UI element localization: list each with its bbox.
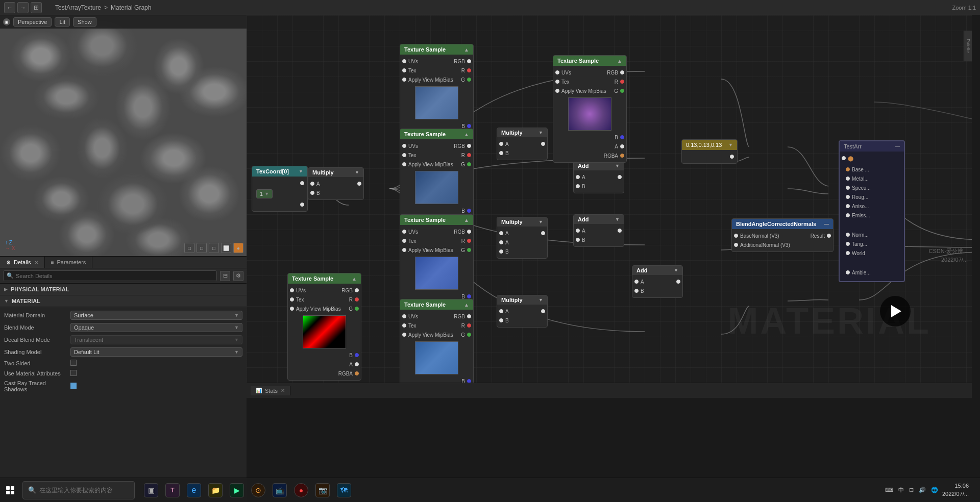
- chrome-icon: ⊙: [251, 483, 265, 497]
- collapse-blend[interactable]: —: [824, 221, 829, 227]
- collapse-3[interactable]: ▲: [464, 217, 469, 223]
- pin-b: B: [308, 188, 363, 197]
- output-pin-2: [252, 203, 307, 207]
- pin-b-left: B: [308, 190, 320, 196]
- close-details-tab[interactable]: ✕: [34, 260, 38, 265]
- tray-icon-4[interactable]: 🔊: [919, 487, 926, 493]
- shading-model-dropdown[interactable]: Default Lit▼: [70, 347, 242, 357]
- vp-btn-2[interactable]: □: [197, 243, 207, 253]
- pin: [734, 234, 738, 238]
- texture-6-body: UVs RGB Tex R Apply View MipBias G B A: [553, 66, 626, 162]
- multiply-2-header: Multiply ▼: [497, 128, 547, 137]
- multiply-2-body: A B: [497, 137, 547, 160]
- taskbar-icon-photo[interactable]: 📷: [312, 478, 333, 503]
- blend-node[interactable]: BlendAngleCorrectedNormals — BaseNormal …: [731, 218, 834, 252]
- pin: [576, 184, 580, 188]
- collapse-5[interactable]: ▲: [464, 302, 469, 308]
- taskbar-icon-bilibili[interactable]: 📺: [270, 478, 290, 503]
- vp-btn-5[interactable]: ●: [233, 243, 243, 253]
- texture-5-body: UVs RGB Tex R Apply View MipBias G B A: [400, 310, 473, 383]
- taskbar-icon-maps[interactable]: 🗺: [334, 478, 354, 503]
- section-material-content: Material Domain Surface▼ Blend Mode Opaq…: [0, 307, 247, 396]
- multiply-4-header: Multiply ▼: [497, 295, 547, 305]
- collapse-1[interactable]: ▲: [464, 47, 469, 53]
- decal-blend-dropdown[interactable]: Translucent▼: [70, 335, 242, 344]
- close-stats[interactable]: ✕: [281, 388, 285, 393]
- forward-button[interactable]: →: [17, 2, 29, 13]
- texture-6-header: Texture Sample ▲: [553, 56, 626, 66]
- palette-tab[interactable]: Palette: [964, 31, 972, 61]
- collapse-2[interactable]: ▲: [464, 132, 469, 137]
- start-button[interactable]: [0, 478, 20, 503]
- add-node-3[interactable]: Add ▼ A B: [632, 265, 683, 298]
- multiply-3-header: Multiply ▼: [497, 217, 547, 227]
- texture-node-4[interactable]: Texture Sample ▲ UVs RGB Tex R Apply Vie…: [287, 273, 361, 381]
- grid-button[interactable]: ⊞: [31, 2, 42, 13]
- tray-icon-1[interactable]: ⌨: [885, 487, 893, 493]
- multiply-1-body: A B: [308, 177, 363, 199]
- tab-parameters[interactable]: ≡ Parameters: [45, 257, 93, 268]
- taskbar-icon-edge[interactable]: e: [184, 478, 204, 503]
- multiply-node-2[interactable]: Multiply ▼ A B: [497, 128, 548, 160]
- collapse-6[interactable]: ▲: [617, 58, 622, 64]
- perspective-button[interactable]: Perspective: [13, 17, 52, 27]
- taskbar-icon-ue[interactable]: ▣: [141, 478, 161, 503]
- vp-btn-3[interactable]: □: [209, 243, 219, 253]
- add-node-1[interactable]: Add ▼ A B: [573, 161, 624, 193]
- value-input[interactable]: 1▼: [256, 189, 273, 198]
- rgb-dot: [467, 59, 471, 63]
- section-material[interactable]: ▼ MATERIAL: [0, 295, 247, 307]
- prop-decal-blend-mode-value: Translucent▼: [70, 335, 242, 344]
- blend-mode-dropdown[interactable]: Opaque▼: [70, 323, 242, 332]
- tray-icon-2[interactable]: 中: [898, 486, 904, 494]
- constant-node[interactable]: 0.13,0.13,0.13 ▼: [681, 139, 738, 164]
- graph-area[interactable]: TexCoord[0] ▼ 1▼ Multiply: [247, 15, 972, 383]
- pin: [499, 318, 503, 322]
- prop-two-sided: Two Sided: [4, 358, 242, 368]
- lit-button[interactable]: Lit: [55, 17, 70, 27]
- show-button[interactable]: Show: [73, 17, 96, 27]
- collapse-4[interactable]: ▲: [352, 276, 357, 282]
- texture-node-5[interactable]: Texture Sample ▲ UVs RGB Tex R Apply Vie…: [400, 299, 474, 383]
- taskbar-icon-folder[interactable]: 📁: [205, 478, 226, 503]
- texture-preview-5: [415, 341, 458, 374]
- prop-material-domain-value: Surface▼: [70, 311, 242, 320]
- taskbar-icon-chrome[interactable]: ⊙: [248, 478, 268, 503]
- lock-icon-btn[interactable]: ⊟: [220, 271, 230, 281]
- taskbar-search-input[interactable]: [39, 487, 129, 494]
- multiply-node-4[interactable]: Multiply ▼ A B: [497, 295, 548, 328]
- two-sided-checkbox[interactable]: [70, 360, 77, 366]
- tray-icon-3[interactable]: ⊟: [909, 487, 914, 493]
- section-physical-material[interactable]: ▶ PHYSICAL MATERIAL: [0, 284, 247, 295]
- play-triangle-icon: [891, 305, 901, 317]
- breadcrumb-app[interactable]: TestArrayTexture: [55, 4, 101, 11]
- taskbar-icon-text[interactable]: T: [162, 478, 183, 503]
- cast-ray-traced-checkbox[interactable]: [70, 383, 77, 389]
- taskbar-icon-media[interactable]: ▶: [227, 478, 247, 503]
- vp-btn-4[interactable]: ⬜: [221, 243, 231, 253]
- back-button[interactable]: ←: [4, 2, 15, 13]
- taskbar-search-box[interactable]: 🔍: [22, 481, 135, 499]
- texture-4-body: UVs RGB Tex R Apply View MipBias G B A: [288, 284, 361, 380]
- prop-cast-ray-traced-label: Cast Ray Traced Shadows: [4, 380, 70, 392]
- stats-tab[interactable]: 📊 Stats ✕: [251, 386, 290, 395]
- multiply-node-1[interactable]: Multiply ▼ A B: [308, 167, 364, 200]
- pin: [402, 333, 406, 337]
- play-button[interactable]: [880, 296, 911, 327]
- texcoord-node[interactable]: TexCoord[0] ▼ 1▼: [252, 166, 308, 212]
- search-details-input[interactable]: [16, 273, 213, 279]
- pin: [541, 231, 545, 235]
- texture-node-6[interactable]: Texture Sample ▲ UVs RGB Tex R Apply Vie…: [553, 55, 627, 163]
- tab-details[interactable]: ⚙ Details ✕: [0, 257, 45, 268]
- taskbar-icon-red[interactable]: ●: [291, 478, 311, 503]
- tray-icons: ⌨ 中 ⊟ 🔊 🌐: [885, 486, 938, 494]
- material-domain-dropdown[interactable]: Surface▼: [70, 311, 242, 320]
- add-node-2[interactable]: Add ▼ A B: [573, 214, 624, 247]
- multiply-node-3[interactable]: Multiply ▼ A A B: [497, 217, 548, 259]
- search-details-box[interactable]: 🔍: [3, 270, 217, 281]
- tray-icon-5[interactable]: 🌐: [931, 487, 938, 493]
- result-node[interactable]: TestArr — ⬤ Base ... Metal... Specu... R…: [839, 140, 905, 282]
- settings-icon-btn[interactable]: ⚙: [233, 271, 243, 281]
- vp-btn-1[interactable]: □: [184, 243, 194, 253]
- use-material-attrs-checkbox[interactable]: [70, 370, 77, 376]
